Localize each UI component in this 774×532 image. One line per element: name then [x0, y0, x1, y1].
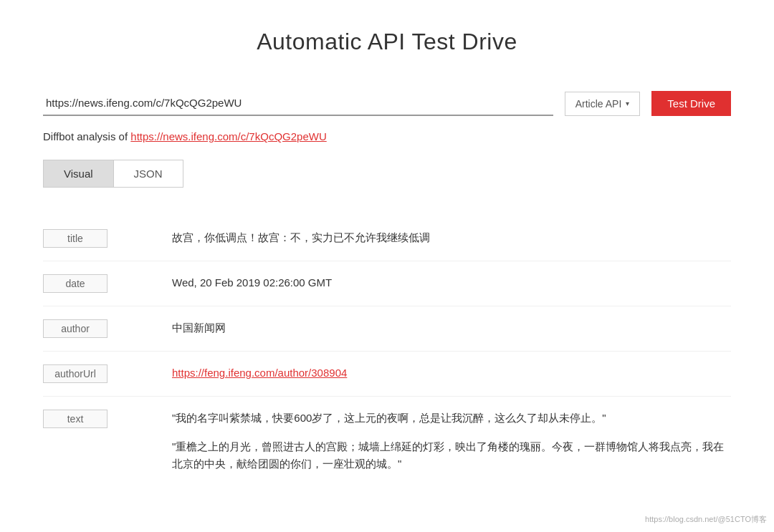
field-label-author: author: [43, 319, 158, 338]
field-row-title: title 故宫，你低调点！故宫：不，实力已不允许我继续低调: [43, 216, 731, 261]
field-label-text: text: [43, 410, 158, 428]
analysis-link[interactable]: https://news.ifeng.com/c/7kQcQG2peWU: [130, 130, 326, 142]
field-row-author: author 中国新闻网: [43, 306, 731, 352]
field-badge-authorurl: authorUrl: [43, 364, 108, 383]
field-label-authorurl: authorUrl: [43, 364, 158, 383]
page-title: Automatic API Test Drive: [43, 29, 731, 55]
field-value-authorurl: https://feng.ifeng.com/author/308904: [172, 364, 731, 382]
results-section: title 故宫，你低调点！故宫：不，实力已不允许我继续低调 date Wed,…: [43, 216, 731, 485]
tab-visual[interactable]: Visual: [43, 160, 113, 188]
field-row-authorurl: authorUrl https://feng.ifeng.com/author/…: [43, 352, 731, 397]
url-input[interactable]: [43, 91, 553, 116]
api-dropdown-button[interactable]: Article API ▾: [565, 92, 641, 116]
analysis-prefix: Diffbot analysis of: [43, 130, 130, 142]
field-row-date: date Wed, 20 Feb 2019 02:26:00 GMT: [43, 261, 731, 306]
field-value-text: "我的名字叫紫禁城，快要600岁了，这上元的夜啊，总是让我沉醉，这么久了却从未停…: [172, 410, 731, 473]
test-drive-button[interactable]: Test Drive: [651, 91, 731, 116]
analysis-line: Diffbot analysis of https://news.ifeng.c…: [43, 130, 731, 142]
author-url-link[interactable]: https://feng.ifeng.com/author/308904: [172, 367, 347, 379]
field-value-author: 中国新闻网: [172, 319, 731, 337]
tab-json[interactable]: JSON: [113, 160, 183, 188]
field-label-title: title: [43, 229, 158, 248]
field-badge-title: title: [43, 229, 108, 248]
field-label-date: date: [43, 274, 158, 293]
field-row-text: text "我的名字叫紫禁城，快要600岁了，这上元的夜啊，总是让我沉醉，这么久…: [43, 397, 731, 485]
text-paragraph-1: "我的名字叫紫禁城，快要600岁了，这上元的夜啊，总是让我沉醉，这么久了却从未停…: [172, 410, 731, 427]
tabs-row: Visual JSON: [43, 160, 731, 188]
api-dropdown-label: Article API: [575, 98, 622, 110]
url-row: Article API ▾ Test Drive: [43, 91, 731, 116]
field-value-date: Wed, 20 Feb 2019 02:26:00 GMT: [172, 274, 731, 291]
chevron-down-icon: ▾: [626, 100, 629, 107]
text-paragraph-2: "重檐之上的月光，曾照进古人的宫殿；城墙上绵延的灯彩，映出了角楼的瑰丽。今夜，一…: [172, 438, 731, 473]
field-value-title: 故宫，你低调点！故宫：不，实力已不允许我继续低调: [172, 229, 731, 246]
field-badge-text: text: [43, 410, 108, 428]
field-badge-date: date: [43, 274, 108, 293]
field-badge-author: author: [43, 319, 108, 338]
